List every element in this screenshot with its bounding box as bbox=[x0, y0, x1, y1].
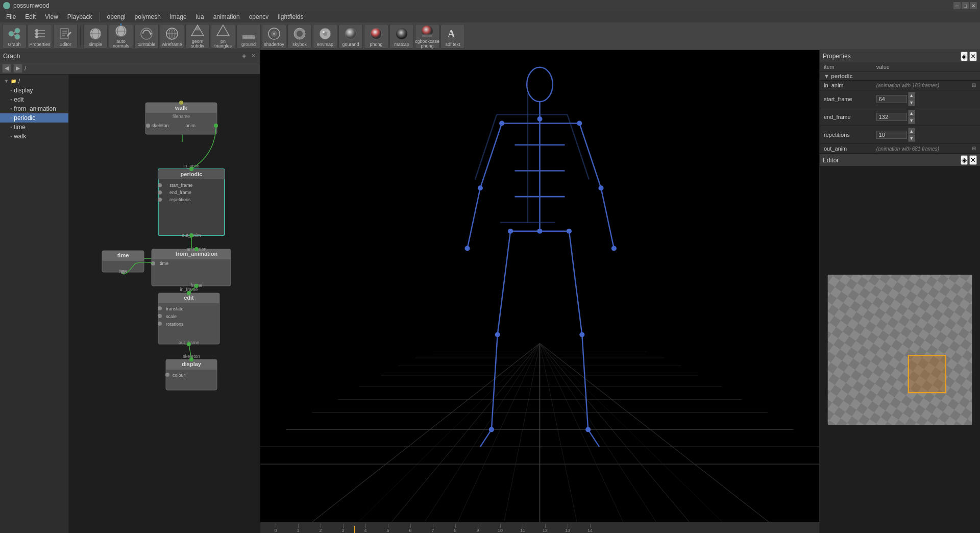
graph-canvas[interactable]: walk filename skeleton anim bbox=[69, 75, 260, 533]
skybox-icon bbox=[291, 26, 308, 42]
toolbar-separator-1 bbox=[80, 26, 81, 46]
tool-matcap[interactable]: matcap bbox=[389, 24, 414, 49]
tool-editor[interactable]: Editor bbox=[53, 24, 78, 49]
svg-point-67 bbox=[158, 183, 162, 187]
tool-graph[interactable]: Graph bbox=[2, 24, 27, 49]
graph-panel-pin[interactable]: ◈ bbox=[240, 53, 248, 60]
svg-point-169 bbox=[495, 332, 500, 337]
tool-phong[interactable]: phong bbox=[364, 24, 388, 49]
editor-panel-close[interactable]: ✕ bbox=[969, 155, 977, 165]
editor-canvas[interactable] bbox=[820, 166, 980, 533]
properties-panel: Properties ◈ ✕ item value ▼ bbox=[820, 50, 980, 154]
menu-edit[interactable]: Edit bbox=[21, 12, 40, 21]
tab-lua[interactable]: lua bbox=[192, 12, 208, 21]
svg-line-4 bbox=[14, 35, 15, 36]
tool-properties[interactable]: Properties bbox=[28, 24, 52, 49]
tool-wireframe[interactable]: wireframe bbox=[160, 24, 184, 49]
props-value-repetitions: ▲ ▼ bbox=[872, 126, 980, 144]
repetitions-down[interactable]: ▼ bbox=[908, 135, 915, 142]
tool-cgbookcase-phong[interactable]: cgbookcase phong bbox=[415, 24, 439, 49]
start-frame-spinbox: ▲ ▼ bbox=[876, 92, 976, 106]
svg-point-172 bbox=[585, 427, 591, 432]
timeline-cursor[interactable] bbox=[354, 526, 355, 533]
out-anim-expand-btn[interactable]: ⊞ bbox=[972, 146, 976, 151]
tree-item-edit[interactable]: ▪ edit bbox=[0, 95, 68, 104]
props-panel-close[interactable]: ✕ bbox=[969, 52, 977, 61]
svg-text:from_animation: from_animation bbox=[176, 251, 218, 257]
tree-item-root[interactable]: ▼ 📁 / bbox=[0, 77, 68, 86]
repetitions-up[interactable]: ▲ bbox=[908, 128, 915, 135]
tool-group-shaders: simple auto normals bbox=[83, 24, 465, 49]
end-frame-input[interactable] bbox=[876, 113, 907, 121]
tree-item-display[interactable]: ▪ display bbox=[0, 86, 68, 95]
end-frame-down[interactable]: ▼ bbox=[908, 117, 915, 124]
nav-back-button[interactable]: ◀ bbox=[2, 64, 11, 73]
node-edit-group[interactable]: in_frame edit translate scale rotations … bbox=[158, 287, 219, 346]
graph-content: ▼ 📁 / ▪ display ▪ edit ▪ from_animation bbox=[0, 75, 260, 533]
nav-forward-button[interactable]: ▶ bbox=[13, 64, 22, 73]
graph-svg: walk filename skeleton anim bbox=[69, 75, 260, 533]
ruler-mark-2: 2 bbox=[309, 524, 332, 533]
editor-panel-pin[interactable]: ◈ bbox=[961, 155, 968, 165]
graph-panel-close[interactable]: ✕ bbox=[250, 53, 257, 60]
nav-path: / bbox=[24, 65, 26, 72]
svg-point-97 bbox=[158, 314, 162, 318]
menu-view[interactable]: View bbox=[41, 12, 62, 21]
tool-turntable[interactable]: turntable bbox=[134, 24, 159, 49]
minimize-button[interactable]: ─ bbox=[953, 2, 961, 9]
node-from-animation-group[interactable]: animation from_animation time frame bbox=[151, 247, 231, 288]
menu-file[interactable]: File bbox=[2, 12, 20, 21]
tree-item-time[interactable]: ▪ time bbox=[0, 123, 68, 132]
svg-point-109 bbox=[165, 373, 169, 377]
end-frame-up[interactable]: ▲ bbox=[908, 110, 915, 117]
props-value-in-anim: (animation with 183 frames) ⊞ bbox=[872, 81, 980, 90]
maximize-button[interactable]: □ bbox=[962, 2, 969, 9]
close-button[interactable]: ✕ bbox=[970, 2, 977, 9]
node-time-group[interactable]: time time bbox=[102, 251, 144, 274]
props-panel-pin[interactable]: ◈ bbox=[961, 52, 968, 61]
tool-envmap[interactable]: envmap bbox=[313, 24, 337, 49]
tool-gourand[interactable]: gourand bbox=[338, 24, 363, 49]
node-periodic-group[interactable]: in_anim periodic start_frame end_frame r… bbox=[158, 163, 225, 238]
editor-panel: Editor ◈ ✕ bbox=[820, 154, 980, 533]
svg-text:rotations: rotations bbox=[166, 322, 184, 327]
tree-item-walk[interactable]: ▪ walk bbox=[0, 132, 68, 141]
tool-graph-label: Graph bbox=[8, 42, 20, 47]
tab-animation[interactable]: animation bbox=[209, 12, 244, 21]
tab-opengl[interactable]: opengl bbox=[103, 12, 130, 21]
timeline-ruler[interactable]: 0 1 2 3 4 bbox=[260, 522, 819, 533]
repetitions-input[interactable] bbox=[876, 131, 907, 139]
ruler-mark-5: 5 bbox=[377, 524, 399, 533]
tab-image[interactable]: image bbox=[166, 12, 191, 21]
tool-auto-normals[interactable]: auto normals bbox=[109, 24, 133, 49]
tool-ground[interactable]: ground bbox=[236, 24, 261, 49]
tool-shadertoy[interactable]: shadertoy bbox=[262, 24, 286, 49]
tool-sdf-text[interactable]: A sdf text bbox=[440, 24, 465, 49]
svg-point-167 bbox=[508, 229, 513, 234]
editor-icon bbox=[57, 26, 74, 42]
menu-playback[interactable]: Playback bbox=[63, 12, 96, 21]
viewport[interactable]: 0 1 2 3 4 bbox=[260, 50, 819, 533]
tree-time-label: time bbox=[14, 124, 26, 131]
tool-geom-subdiv[interactable]: geom subdiv bbox=[185, 24, 210, 49]
root-folder-icon: 📁 bbox=[11, 79, 16, 84]
ruler-mark-12: 12 bbox=[534, 524, 556, 533]
start-frame-down[interactable]: ▼ bbox=[908, 99, 915, 106]
tab-lightfields[interactable]: lightfields bbox=[274, 12, 307, 21]
tree-item-periodic[interactable]: ▪ periodic bbox=[0, 113, 68, 123]
svg-point-45 bbox=[396, 28, 407, 39]
tab-polymesh[interactable]: polymesh bbox=[131, 12, 165, 21]
start-frame-input[interactable] bbox=[876, 95, 907, 103]
tree-item-from-animation[interactable]: ▪ from_animation bbox=[0, 104, 68, 113]
node-walk-group[interactable]: walk filename skeleton anim bbox=[145, 101, 218, 134]
tab-opencv[interactable]: opencv bbox=[245, 12, 273, 21]
in-anim-expand-btn[interactable]: ⊞ bbox=[972, 82, 976, 88]
ruler-mark-3: 3 bbox=[332, 524, 354, 533]
ruler-mark-14: 14 bbox=[579, 524, 601, 533]
start-frame-up[interactable]: ▲ bbox=[908, 92, 915, 99]
tool-simple[interactable]: simple bbox=[83, 24, 108, 49]
tool-pn-triangles[interactable]: pn triangles bbox=[211, 24, 235, 49]
turntable-icon bbox=[138, 26, 155, 42]
tool-skybox[interactable]: skybox bbox=[287, 24, 312, 49]
props-section-expand-icon[interactable]: ▼ bbox=[824, 73, 829, 79]
